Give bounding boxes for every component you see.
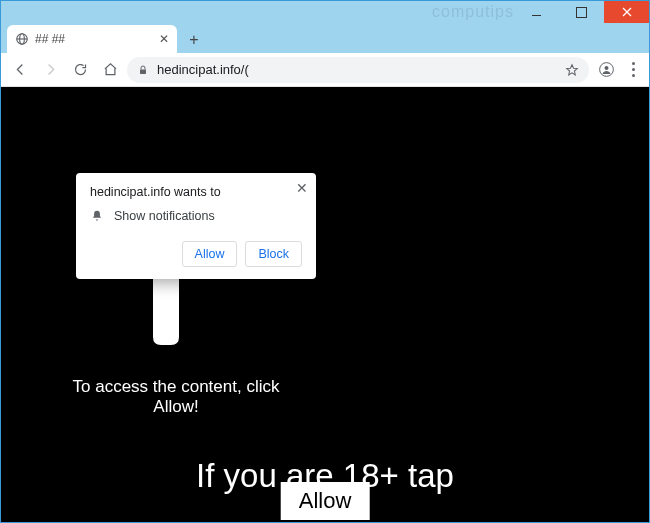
window-close-button[interactable] — [604, 1, 649, 23]
reload-button[interactable] — [67, 57, 93, 83]
avatar-icon — [599, 62, 614, 77]
window-controls — [514, 1, 649, 23]
popup-request-label: Show notifications — [114, 209, 215, 223]
lock-icon — [137, 64, 149, 76]
address-bar[interactable]: hedincipat.info/( — [127, 57, 589, 83]
svg-marker-6 — [567, 64, 578, 74]
window-minimize-button[interactable] — [514, 1, 559, 23]
bookmark-star-icon[interactable] — [565, 63, 579, 77]
tab-strip: ## ## ✕ + — [1, 23, 649, 53]
forward-button[interactable] — [37, 57, 63, 83]
new-tab-button[interactable]: + — [181, 27, 207, 53]
url-text: hedincipat.info/( — [157, 62, 557, 77]
popup-allow-button[interactable]: Allow — [182, 241, 238, 267]
window-title-bar: computips — [1, 1, 649, 23]
home-button[interactable] — [97, 57, 123, 83]
browser-toolbar: hedincipat.info/( — [1, 53, 649, 87]
tab-title: ## ## — [35, 32, 153, 46]
bell-icon — [90, 209, 104, 223]
popup-close-icon[interactable]: ✕ — [296, 181, 308, 195]
window-maximize-button[interactable] — [559, 1, 604, 23]
browser-tab[interactable]: ## ## ✕ — [7, 25, 177, 53]
access-instruction-text: To access the content, click Allow! — [61, 377, 291, 418]
svg-rect-5 — [140, 69, 146, 74]
back-button[interactable] — [7, 57, 33, 83]
svg-point-8 — [604, 66, 608, 70]
profile-button[interactable] — [593, 57, 619, 83]
tab-close-icon[interactable]: ✕ — [159, 32, 169, 46]
globe-icon — [15, 32, 29, 46]
page-content: To access the content, click Allow! If y… — [1, 87, 649, 522]
popup-block-button[interactable]: Block — [245, 241, 302, 267]
page-allow-button[interactable]: Allow — [281, 482, 370, 520]
notification-permission-popup: ✕ hedincipat.info wants to Show notifica… — [76, 173, 316, 279]
popup-origin-text: hedincipat.info wants to — [90, 185, 302, 199]
watermark-text: computips — [432, 1, 514, 23]
menu-button[interactable] — [623, 62, 643, 77]
